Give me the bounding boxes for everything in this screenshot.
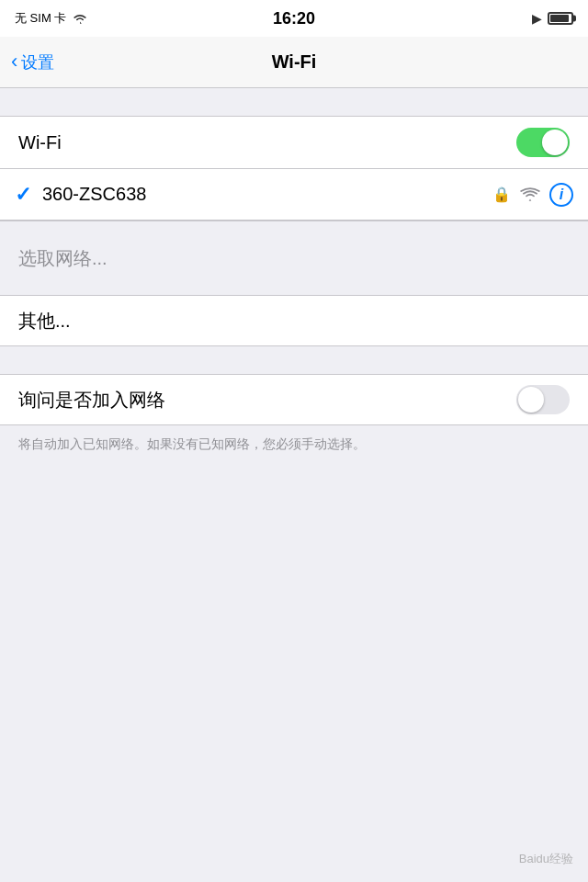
- wifi-label: Wi-Fi: [18, 132, 516, 153]
- description-section: 将自动加入已知网络。如果没有已知网络，您必须手动选择。: [0, 425, 588, 472]
- other-network-row[interactable]: 其他...: [0, 295, 588, 346]
- toggle-knob: [542, 130, 568, 155]
- ask-join-toggle[interactable]: [516, 385, 570, 414]
- battery-fill: [550, 15, 569, 22]
- ask-join-label: 询问是否加入网络: [18, 388, 516, 413]
- choose-network-section: 选取网络...: [0, 221, 588, 295]
- battery-icon: [548, 12, 573, 25]
- back-button[interactable]: ‹ 设置: [11, 51, 54, 74]
- ask-join-description: 将自动加入已知网络。如果没有已知网络，您必须手动选择。: [18, 436, 366, 451]
- connected-network-row: ✓ 360-ZSC638 🔒 i: [0, 169, 588, 220]
- status-time: 16:20: [273, 9, 315, 28]
- choose-network-text: 选取网络...: [18, 246, 107, 271]
- other-label: 其他...: [18, 309, 570, 334]
- network-icons: 🔒 i: [492, 183, 573, 207]
- status-right: ▶: [532, 11, 573, 26]
- watermark: Baidu经验: [519, 851, 573, 867]
- nav-bar: ‹ 设置 Wi-Fi: [0, 37, 588, 88]
- no-sim-label: 无 SIM 卡: [15, 10, 66, 27]
- spacer-top: [0, 88, 588, 116]
- wifi-toggle[interactable]: [516, 128, 570, 157]
- ask-join-toggle-knob: [518, 387, 544, 413]
- wifi-signal-icon: [520, 187, 540, 202]
- location-icon: ▶: [532, 11, 542, 26]
- content: Wi-Fi ✓ 360-ZSC638 🔒 i: [0, 88, 588, 472]
- wifi-toggle-row: Wi-Fi: [0, 117, 588, 168]
- back-chevron-icon: ‹: [11, 51, 17, 72]
- back-label: 设置: [21, 51, 54, 74]
- status-bar: 无 SIM 卡 16:20 ▶: [0, 0, 588, 37]
- status-left: 无 SIM 卡: [15, 10, 88, 27]
- wifi-status-icon: [72, 12, 88, 25]
- network-info-button[interactable]: i: [549, 183, 573, 207]
- checkmark-icon: ✓: [15, 183, 31, 207]
- lock-icon: 🔒: [492, 186, 511, 203]
- wifi-toggle-group: Wi-Fi: [0, 116, 588, 169]
- ask-join-row: 询问是否加入网络: [0, 374, 588, 425]
- connected-network-group: ✓ 360-ZSC638 🔒 i: [0, 169, 588, 221]
- info-icon: i: [560, 187, 563, 203]
- network-name: 360-ZSC638: [42, 184, 492, 205]
- page-title: Wi-Fi: [272, 51, 317, 73]
